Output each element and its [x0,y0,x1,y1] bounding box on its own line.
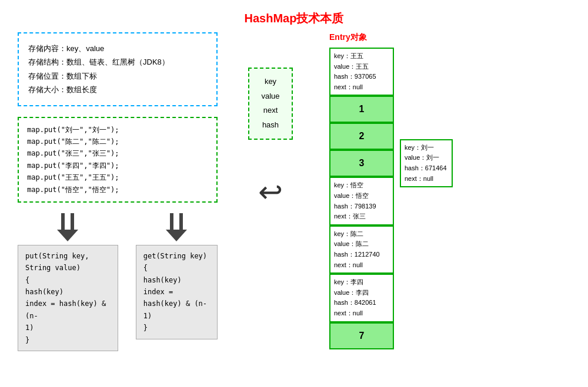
get-code-box: get(String key){ hash(key) index = hash(… [136,245,218,339]
cell4-key: key：悟空 [334,180,389,191]
arrow-left: put(String key, String value) { hash(key… [18,213,118,354]
arrow-head-left [57,230,78,241]
middle-section: key value next hash ↪ [218,32,323,354]
arrow-right: get(String key){ hash(key) index = hash(… [136,213,218,354]
cell6-hash: hash：842061 [334,298,389,308]
cell2-label: 2 [359,131,365,142]
page-title: HashMap技术本质 [0,0,588,32]
cell5-value: value：陈二 [334,239,389,250]
liuyi-next: next：null [405,174,448,184]
arrow-shaft-left [61,213,74,230]
cell6-value: value：李四 [334,288,389,298]
put-line-0: put(String key, String value) [25,250,111,274]
liuyi-key: key：刘一 [405,143,448,153]
code-line-3: map.put("张三","张三"); [27,147,208,159]
get-line-1: hash(key) [143,274,210,286]
array-cell-5: key：陈二 value：陈二 hash：1212740 next：null [329,226,394,274]
code-line-2: map.put("陈二","陈二"); [27,136,208,147]
put-code-box: put(String key, String value) { hash(key… [18,245,118,351]
right-section: Entry对象 key：王五 value：王五 hash：937065 next… [323,32,570,354]
entry-field-hash: hash [261,118,279,133]
arrows-row: put(String key, String value) { hash(key… [18,213,218,354]
array-cell-4: key：悟空 value：悟空 hash：798139 next：张三 [329,177,394,225]
arrow-shaft-right [170,213,183,230]
liuyi-value: value：刘一 [405,153,448,163]
put-line-4: 1) [25,322,111,334]
cell0-hash: hash：937065 [334,72,389,82]
cell3-label: 3 [359,158,365,169]
code-box: map.put("刘一","刘一"); map.put("陈二","陈二"); … [18,117,218,203]
cell5-hash: hash：1212740 [334,250,389,260]
put-line-5: } [25,334,111,346]
left-section: 存储内容：key、value 存储结构：数组、链表、红黑树（JDK8） 存储位置… [18,32,218,354]
put-line-2: hash(key) [25,286,111,298]
get-line-2: index = hash(key) & (n- [143,286,210,310]
array-cell-3: 3 [329,150,394,177]
info-box: 存储内容：key、value 存储结构：数组、链表、红黑树（JDK8） 存储位置… [18,32,218,106]
info-line-3: 存储位置：数组下标 [28,69,207,83]
put-line-1: { [25,274,111,286]
array-cell-2: 2 [329,123,394,150]
cell0-key: key：王五 [334,51,389,62]
cell6-next: next：null [334,308,389,319]
entry-field-key: key [261,75,279,89]
array-cell-0: key：王五 value：王五 hash：937065 next：null [329,48,394,96]
get-line-0: get(String key){ [143,250,210,274]
array-cell-6: key：李四 value：李四 hash：842061 next：null [329,274,394,322]
array-cell-7: 7 [329,322,394,349]
get-line-3: 1) [143,310,210,322]
entry-box: key value next hash [248,68,292,140]
chain-box-liuyi: key：刘一 value：刘一 hash：671464 next：null [400,139,453,187]
code-line-4: map.put("李四","李四"); [27,160,208,171]
entry-field-next: next [261,103,279,118]
put-line-3: index = hash(key) & (n- [25,298,111,322]
array-cell-1: 1 [329,96,394,123]
liuyi-hash: hash：671464 [405,163,448,174]
curved-arrow-icon: ↪ [258,175,283,209]
info-line-1: 存储内容：key、value [28,42,207,55]
cell4-next: next：张三 [334,211,389,222]
cell4-hash: hash：798139 [334,201,389,212]
info-line-2: 存储结构：数组、链表、红黑树（JDK8） [28,55,207,69]
get-line-4: } [143,322,210,334]
code-line-6: map.put("悟空","悟空"); [27,184,208,196]
cell7-label: 7 [359,331,365,341]
cell0-value: value：王五 [334,62,389,72]
cell0-next: next：null [334,82,389,93]
arrow-down-left [53,213,82,241]
code-line-5: map.put("王五","王五"); [27,171,208,183]
array-container: key：王五 value：王五 hash：937065 next：null 1 … [329,48,394,349]
entry-field-value: value [261,89,279,104]
cell5-next: next：null [334,260,389,271]
arrow-head-right [166,230,187,241]
cell5-key: key：陈二 [334,229,389,240]
cell6-key: key：李四 [334,277,389,288]
cell1-label: 1 [359,104,365,115]
arrow-down-right [162,213,191,241]
code-line-1: map.put("刘一","刘一"); [27,124,208,136]
cell4-value: value：悟空 [334,191,389,201]
entry-label: Entry对象 [329,32,570,43]
info-line-4: 存储大小：数组长度 [28,83,207,96]
